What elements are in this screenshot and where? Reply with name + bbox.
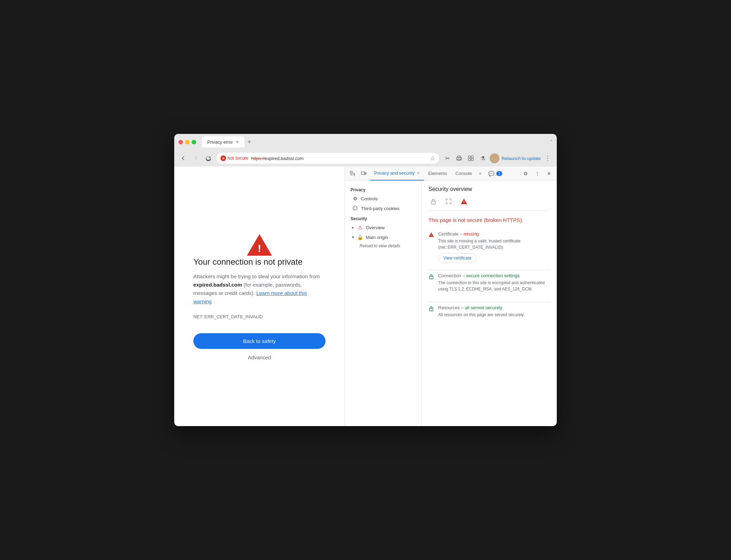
tab-chevron-icon[interactable]: ˅: [550, 139, 553, 145]
tab-bar: Privacy error ✕ +: [202, 136, 547, 147]
resources-row: Resources – all served securely All reso…: [428, 305, 550, 321]
close-traffic-light[interactable]: [178, 140, 183, 144]
print-icon[interactable]: [454, 153, 464, 163]
res-title-label: Resources: [438, 305, 460, 310]
svg-text:!: !: [463, 200, 464, 204]
svg-point-19: [355, 207, 356, 208]
view-certificate-button[interactable]: View certificate: [438, 253, 476, 263]
maximize-traffic-light[interactable]: [192, 140, 196, 144]
inspect-element-icon[interactable]: [348, 169, 358, 178]
forward-button[interactable]: [191, 153, 201, 163]
svg-point-18: [354, 207, 355, 208]
new-tab-button[interactable]: +: [244, 137, 254, 147]
overview-expand-icon: ▸: [352, 225, 354, 230]
tab-privacy-security[interactable]: Privacy and security ✕: [370, 167, 424, 181]
scissors-icon[interactable]: ✂: [442, 153, 452, 163]
res-dash: –: [461, 305, 465, 310]
url-scheme: https://: [251, 156, 265, 161]
more-menu-button[interactable]: ⋮: [543, 153, 553, 163]
conn-content: Connection – secure connection settings …: [438, 273, 550, 295]
error-domain: expired.badssl.com: [193, 282, 242, 288]
overview-warning-icon: ⚠: [357, 225, 363, 230]
svg-text:!: !: [258, 242, 261, 254]
device-toolbar-icon[interactable]: [359, 169, 369, 178]
expand-icon[interactable]: [444, 197, 453, 206]
conn-title-label: Connection: [438, 273, 461, 278]
main-origin-label: Main origin: [366, 235, 388, 240]
browser-window: Privacy error ✕ + ˅ ✕ Not Secure https:/…: [174, 134, 557, 426]
sidebar-item-main-origin[interactable]: ▾ 🔒 Main origin: [346, 232, 420, 242]
messages-badge: 1: [496, 171, 502, 176]
svg-point-3: [460, 158, 461, 159]
devtools-close-icon[interactable]: ✕: [544, 169, 554, 178]
bookmark-star-icon[interactable]: ☆: [430, 155, 435, 162]
controls-icon: ⚙: [352, 196, 358, 201]
url-domain: expired.badssl.com: [265, 156, 304, 161]
svg-rect-7: [471, 159, 473, 161]
svg-line-14: [354, 175, 354, 176]
tab-console-label: Console: [456, 171, 472, 176]
svg-rect-10: [350, 171, 352, 173]
avatar[interactable]: [490, 153, 499, 163]
relaunch-button[interactable]: Relaunch to update: [501, 156, 541, 161]
sidebar-item-overview[interactable]: ▸ ⚠ Overview: [346, 223, 420, 232]
back-button[interactable]: [178, 153, 188, 163]
svg-rect-15: [361, 172, 365, 175]
conn-lock-icon: [428, 274, 434, 281]
sidebar-item-third-party-cookies[interactable]: Third-party cookies: [346, 203, 420, 214]
devtools-panel: Privacy and security ✕ Elements Console …: [345, 167, 557, 426]
devtools-more-icon[interactable]: ⋮: [532, 169, 542, 178]
main-origin-expand-icon: ▾: [352, 235, 354, 240]
reload-button[interactable]: [203, 153, 213, 163]
avatar-image: [490, 153, 499, 163]
conn-dash: –: [462, 273, 466, 278]
security-sidebar: Privacy ⚙ Controls Third-party cookies S…: [345, 181, 421, 426]
tab-title: Privacy error: [207, 139, 233, 145]
svg-rect-5: [471, 156, 473, 158]
not-secure-label: Not Secure: [227, 156, 248, 161]
extensions-icon[interactable]: [466, 153, 476, 163]
not-secure-badge: ✕ Not Secure: [220, 155, 248, 161]
more-tabs-button[interactable]: »: [476, 171, 484, 176]
tab-console[interactable]: Console: [451, 167, 476, 181]
devtools-settings-icon[interactable]: ⚙: [521, 169, 530, 178]
conn-title: Connection – secure connection settings: [438, 273, 550, 278]
tab-privacy-security-close[interactable]: ✕: [417, 171, 420, 175]
tab-privacy-error[interactable]: Privacy error ✕: [202, 136, 244, 147]
tab-close-button[interactable]: ✕: [236, 140, 239, 144]
warning-triangle-icon: !: [246, 233, 273, 257]
cert-status: missing: [464, 231, 479, 237]
flask-icon[interactable]: ⚗: [478, 153, 488, 163]
toolbar-icons: ✂ ⚗ Relaunch to update ⋮: [442, 153, 553, 163]
sidebar-item-controls[interactable]: ⚙ Controls: [346, 194, 420, 203]
svg-rect-6: [468, 159, 471, 161]
svg-line-13: [353, 173, 355, 175]
not-secure-message: This page is not secure (broken HTTPS).: [428, 216, 550, 224]
overview-label: Overview: [366, 225, 385, 230]
tab-elements[interactable]: Elements: [424, 167, 451, 181]
svg-point-17: [353, 206, 357, 210]
error-page: ! Your connection is not private Attacke…: [174, 167, 345, 426]
cert-warning-icon: !: [428, 232, 434, 239]
res-title: Resources – all served securely: [438, 305, 550, 310]
cert-content: Certificate – missing This site is missi…: [438, 231, 550, 263]
res-content: Resources – all served securely All reso…: [438, 305, 550, 321]
security-main-panel: Security overview !: [421, 181, 557, 426]
divider-1: [428, 270, 550, 270]
svg-rect-21: [431, 201, 435, 204]
security-icons-row: !: [428, 197, 550, 211]
svg-rect-4: [468, 156, 471, 158]
error-description: Attackers might be trying to steal your …: [193, 272, 326, 306]
lock-tab-icon[interactable]: [428, 197, 438, 206]
back-to-safety-button[interactable]: Back to safety: [193, 333, 326, 349]
minimize-traffic-light[interactable]: [185, 140, 190, 144]
warning-tab-icon[interactable]: !: [459, 197, 469, 206]
tab-privacy-security-label: Privacy and security: [374, 170, 415, 176]
conn-status: secure connection settings: [466, 273, 520, 278]
title-bar: Privacy error ✕ + ˅: [174, 134, 557, 150]
address-bar[interactable]: ✕ Not Secure https://expired.badssl.com …: [216, 152, 440, 164]
advanced-button[interactable]: Advanced: [248, 354, 271, 360]
res-description: All resources on this page are served se…: [438, 312, 550, 318]
controls-label: Controls: [361, 196, 378, 201]
tab-messages-badge[interactable]: 💬 1: [484, 167, 506, 181]
